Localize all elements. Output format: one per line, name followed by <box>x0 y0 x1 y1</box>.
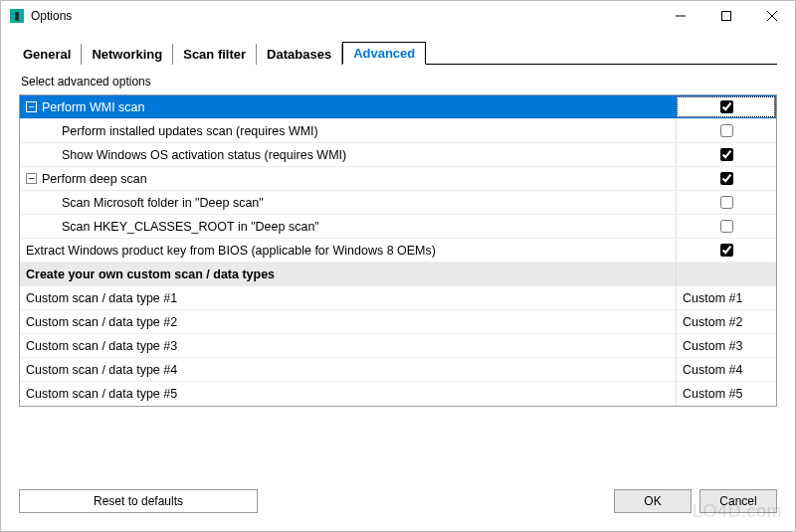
footer: Reset to defaults OK Cancel <box>19 479 777 521</box>
row-label: Custom scan / data type #4 <box>26 363 177 377</box>
row-deep-scan[interactable]: − Perform deep scan <box>20 167 776 191</box>
row-custom-header: Create your own custom scan / data types <box>20 263 776 286</box>
checkbox-wmi-updates[interactable] <box>720 124 733 137</box>
row-label: Extract Windows product key from BIOS (a… <box>26 244 436 258</box>
options-grid: − Perform WMI scan Perform installed upd… <box>19 94 777 407</box>
row-wmi-updates[interactable]: Perform installed updates scan (requires… <box>20 119 776 143</box>
app-icon <box>9 8 25 24</box>
row-label: Create your own custom scan / data types <box>26 267 275 281</box>
tab-databases[interactable]: Databases <box>257 44 342 65</box>
row-custom-1[interactable]: Custom scan / data type #1 Custom #1 <box>20 286 776 310</box>
row-deep-msfolder[interactable]: Scan Microsoft folder in "Deep scan" <box>20 191 776 215</box>
ok-button[interactable]: OK <box>614 489 692 513</box>
maximize-button[interactable] <box>703 1 749 31</box>
checkbox-deep-scan[interactable] <box>720 172 733 185</box>
row-label: Perform WMI scan <box>42 100 145 114</box>
row-label: Custom scan / data type #1 <box>26 291 177 305</box>
row-wmi-activation[interactable]: Show Windows OS activation status (requi… <box>20 143 776 167</box>
row-deep-hkcr[interactable]: Scan HKEY_CLASSES_ROOT in "Deep scan" <box>20 215 776 239</box>
row-label: Custom scan / data type #3 <box>26 339 177 353</box>
reset-button[interactable]: Reset to defaults <box>19 489 258 513</box>
window-controls <box>658 1 795 31</box>
tab-strip: General Networking Scan filter Databases… <box>19 41 777 65</box>
checkbox-bios-key[interactable] <box>720 244 733 257</box>
row-wmi-scan[interactable]: − Perform WMI scan <box>20 95 776 119</box>
tab-general[interactable]: General <box>19 44 82 65</box>
options-window: Options General Networking Scan filter D… <box>0 0 796 532</box>
row-custom-2[interactable]: Custom scan / data type #2 Custom #2 <box>20 310 776 334</box>
row-value: Custom #3 <box>683 339 742 353</box>
checkbox-deep-hkcr[interactable] <box>720 220 733 233</box>
tab-networking[interactable]: Networking <box>82 44 173 65</box>
svg-rect-4 <box>722 12 731 21</box>
titlebar: Options <box>1 1 795 31</box>
row-label: Scan Microsoft folder in "Deep scan" <box>62 196 264 210</box>
svg-rect-2 <box>15 16 19 22</box>
tab-advanced[interactable]: Advanced <box>342 42 426 65</box>
close-button[interactable] <box>749 1 795 31</box>
row-label: Perform installed updates scan (requires… <box>62 124 318 138</box>
row-value: Custom #2 <box>683 315 742 329</box>
row-value: Custom #4 <box>683 363 742 377</box>
checkbox-wmi-scan[interactable] <box>720 100 733 113</box>
row-value: Custom #5 <box>683 387 742 401</box>
cancel-button[interactable]: Cancel <box>699 489 777 513</box>
content-area: General Networking Scan filter Databases… <box>1 31 795 531</box>
row-label: Scan HKEY_CLASSES_ROOT in "Deep scan" <box>62 220 319 234</box>
row-custom-5[interactable]: Custom scan / data type #5 Custom #5 <box>20 382 776 406</box>
section-label: Select advanced options <box>21 75 775 89</box>
row-label: Perform deep scan <box>42 172 147 186</box>
row-label: Custom scan / data type #2 <box>26 315 177 329</box>
row-bios-key[interactable]: Extract Windows product key from BIOS (a… <box>20 239 776 263</box>
row-custom-4[interactable]: Custom scan / data type #4 Custom #4 <box>20 358 776 382</box>
row-label: Show Windows OS activation status (requi… <box>62 148 346 162</box>
expander-icon[interactable]: − <box>26 173 37 184</box>
row-value: Custom #1 <box>683 291 742 305</box>
checkbox-wmi-activation[interactable] <box>720 148 733 161</box>
window-title: Options <box>31 9 658 23</box>
expander-icon[interactable]: − <box>26 101 37 112</box>
row-custom-3[interactable]: Custom scan / data type #3 Custom #3 <box>20 334 776 358</box>
tab-scan-filter[interactable]: Scan filter <box>173 44 257 65</box>
minimize-button[interactable] <box>658 1 703 31</box>
row-label: Custom scan / data type #5 <box>26 387 177 401</box>
checkbox-deep-msfolder[interactable] <box>720 196 733 209</box>
